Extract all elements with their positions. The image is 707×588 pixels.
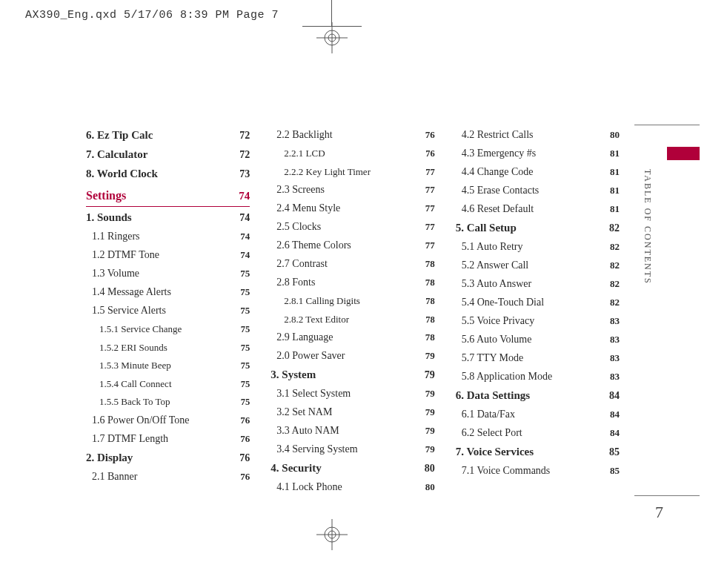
toc-column: 6. Ez Tip Calc727. Calculator728. World … <box>86 126 250 497</box>
toc-entry: 6. Data Settings84 <box>456 386 620 406</box>
toc-entry-label: 1.6 Power On/Off Tone <box>86 415 190 426</box>
toc-entry-label: 3.1 Select System <box>270 389 351 399</box>
toc-entry-label: 7. Voice Services <box>456 446 534 457</box>
toc-entry-label: Settings <box>86 190 126 202</box>
toc-entry-label: 1.5.4 Call Connect <box>86 379 172 389</box>
page-number: 7 <box>655 503 663 522</box>
toc-entry-page: 79 <box>425 370 435 380</box>
toc-entry-page: 75 <box>241 397 250 407</box>
toc-entry-label: 5.8 Application Mode <box>456 371 553 382</box>
toc-entry: 2.5 Clocks77 <box>270 218 434 237</box>
toc-entry: 2.2.2 Key Light Timer77 <box>270 163 434 182</box>
toc-entry-label: 1.5.1 Service Change <box>86 324 182 334</box>
toc-entry: 4.2 Restrict Calls80 <box>456 126 620 145</box>
toc-entry-page: 72 <box>239 150 250 160</box>
toc-entry: 3.2 Set NAM79 <box>270 403 434 422</box>
toc-entry-label: 2.9 Language <box>270 332 333 343</box>
toc-entry-label: 5.7 TTY Mode <box>456 353 524 363</box>
toc-entry-page: 82 <box>610 242 620 251</box>
toc-entry: 4.1 Lock Phone80 <box>270 478 434 497</box>
print-header: AX390_Eng.qxd 5/17/06 8:39 PM Page 7 <box>25 9 279 22</box>
toc-entry: 6.1 Data/Fax84 <box>456 406 620 424</box>
toc-entry: 5.3 Auto Answer82 <box>456 275 620 294</box>
toc-entry-page: 79 <box>425 444 435 454</box>
toc-entry-page: 83 <box>610 334 620 344</box>
toc-entry-page: 75 <box>241 343 250 353</box>
toc-entry-page: 82 <box>610 260 620 270</box>
toc-entry: 1.5.5 Back To Top75 <box>86 393 250 412</box>
toc-entry-label: 4.1 Lock Phone <box>270 482 342 492</box>
toc-entry-label: 2.2 Backlight <box>270 130 332 140</box>
toc-entry-label: 1. Sounds <box>86 212 132 223</box>
toc-entry-label: 7.1 Voice Commands <box>456 466 551 476</box>
toc-entry-label: 2.2.2 Key Light Timer <box>270 167 371 176</box>
toc-entry: 1.5.4 Call Connect75 <box>86 375 250 394</box>
toc-entry-page: 80 <box>425 463 435 474</box>
toc-entry: 5.4 One-Touch Dial82 <box>456 294 620 312</box>
toc-entry-page: 84 <box>610 409 620 419</box>
toc-entry-label: 2.8.1 Calling Digits <box>270 296 360 305</box>
toc-entry-page: 78 <box>425 315 435 325</box>
toc-entry-page: 74 <box>240 231 250 241</box>
toc-entry: 1.5 Service Alerts75 <box>86 302 250 320</box>
toc-entry: 4.4 Change Code81 <box>456 163 620 182</box>
toc-entry-label: 2.7 Contrast <box>270 259 327 269</box>
toc-entry-page: 72 <box>239 131 250 141</box>
toc-entry: 4. Security80 <box>270 459 434 478</box>
toc-entry-label: 2.4 Menu Style <box>270 203 340 214</box>
toc-entry: 1.5.2 ERI Sounds75 <box>86 339 250 357</box>
toc-entry-label: 1.3 Volume <box>86 268 139 279</box>
toc-entry: 3. System79 <box>270 366 434 385</box>
toc-entry-label: 2.8.2 Text Editor <box>270 314 349 324</box>
toc-entry: 4.5 Erase Contacts81 <box>456 182 620 200</box>
toc-entry: 5.5 Voice Privacy83 <box>456 312 620 331</box>
toc-entry-label: 2.3 Screens <box>270 185 325 195</box>
toc-entry-label: 1.4 Message Alerts <box>86 287 171 297</box>
accent-tab <box>667 147 700 160</box>
toc-entry-page: 84 <box>609 391 620 401</box>
toc-entry-label: 2.1 Banner <box>86 472 137 482</box>
toc-entry-label: 4.5 Erase Contacts <box>456 185 540 196</box>
toc-entry: 2.6 Theme Colors77 <box>270 237 434 255</box>
toc-entry-page: 83 <box>610 353 620 363</box>
toc-entry-label: 1.2 DTMF Tone <box>86 250 159 260</box>
toc-entry: 4.6 Reset Default81 <box>456 200 620 219</box>
toc-entry-page: 81 <box>610 167 620 176</box>
toc-entry-page: 75 <box>240 268 250 278</box>
toc-entry-label: 3. System <box>270 369 316 380</box>
toc-entry-page: 75 <box>240 305 250 315</box>
toc-entry: 8. World Clock73 <box>86 165 250 184</box>
table-of-contents: 6. Ez Tip Calc727. Calculator728. World … <box>86 126 620 497</box>
toc-entry: 2.8 Fonts78 <box>270 274 434 292</box>
toc-entry-page: 83 <box>610 316 620 326</box>
toc-entry: 5.6 Auto Volume83 <box>456 331 620 349</box>
toc-entry-page: 74 <box>239 213 250 223</box>
toc-entry-page: 76 <box>240 472 250 481</box>
toc-entry: 2.2 Backlight76 <box>270 126 434 145</box>
toc-entry-page: 75 <box>241 361 250 371</box>
toc-entry-label: 4. Security <box>270 463 321 474</box>
toc-entry: 5.8 Application Mode83 <box>456 368 620 386</box>
toc-entry-page: 79 <box>425 407 435 417</box>
toc-entry-page: 75 <box>241 380 250 389</box>
toc-entry-page: 77 <box>425 168 435 177</box>
toc-entry-page: 81 <box>610 204 620 214</box>
toc-entry-label: 4.3 Emergency #s <box>456 148 536 159</box>
toc-entry: 7. Voice Services85 <box>456 443 620 462</box>
toc-entry: 6.2 Select Port84 <box>456 424 620 443</box>
toc-entry: 6. Ez Tip Calc72 <box>86 126 250 145</box>
toc-entry-label: 6.1 Data/Fax <box>456 409 515 420</box>
toc-entry-page: 78 <box>425 259 435 268</box>
toc-section-heading: Settings74 <box>86 185 250 207</box>
toc-entry: 2.2.1 LCD76 <box>270 145 434 163</box>
toc-entry-page: 77 <box>425 222 435 231</box>
toc-entry-label: 2.0 Power Saver <box>270 351 345 361</box>
toc-entry: 2. Display76 <box>86 449 250 468</box>
toc-entry-label: 1.7 DTMF Length <box>86 434 168 444</box>
toc-entry: 2.9 Language78 <box>270 328 434 347</box>
toc-entry-page: 76 <box>425 130 435 139</box>
toc-entry-label: 1.5.5 Back To Top <box>86 397 170 406</box>
toc-entry-page: 76 <box>240 415 250 425</box>
toc-entry-label: 1.5.3 Minute Beep <box>86 360 171 370</box>
toc-entry-page: 73 <box>239 169 250 179</box>
